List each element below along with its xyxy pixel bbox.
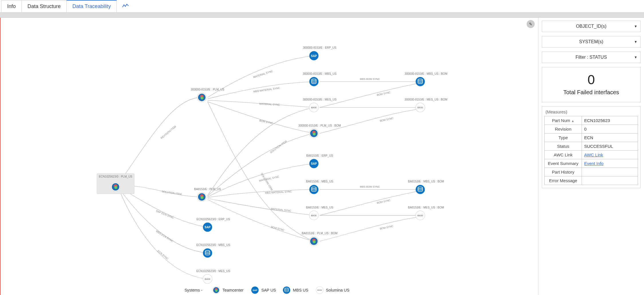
graph-legend: Systems - Teamcenter SAP US MBS US Solum… <box>185 286 349 294</box>
svg-text:MBS BOM SYNC: MBS BOM SYNC <box>360 78 380 80</box>
svg-text:300000-8153/E : ERP_US: 300000-8153/E : ERP_US <box>303 46 336 49</box>
kpi-label: Total Failed interfaces <box>545 89 637 96</box>
svg-text:BA8153/E : PLM_US: BA8153/E : PLM_US <box>194 188 221 191</box>
node-a-sol-bom[interactable]: 300000-8153/E : MES_US : BOM <box>405 98 447 112</box>
filter-object-id[interactable]: OBJECT_ID(s) ▼ <box>542 21 641 32</box>
svg-text:MBS MATERIAL SYNC: MBS MATERIAL SYNC <box>253 86 280 93</box>
svg-text:300000-8153/E : MBS_US : BOM: 300000-8153/E : MBS_US : BOM <box>405 72 447 75</box>
node-root[interactable]: ECN1025623/0 : PLM_US <box>97 174 134 194</box>
svg-point-1 <box>125 6 126 7</box>
node-a-mbs-bom[interactable]: 300000-8153/E : MBS_US : BOM <box>405 72 447 86</box>
svg-text:BA8153/E : MES_US: BA8153/E : MES_US <box>306 206 333 209</box>
svg-text:BOM SYNC: BOM SYNC <box>377 199 391 204</box>
node-tc-b[interactable]: BA8153/E : PLM_US <box>194 188 221 202</box>
row-awc: AWC LinkAWC Link <box>545 151 638 159</box>
svg-text:300000-8153/E : MES_US: 300000-8153/E : MES_US <box>303 98 337 101</box>
graph-svg: SAP iBASE REVISION ITEM SOLUTION ITEM SA… <box>1 18 538 295</box>
svg-text:ECN1025623/0 : MBS_US: ECN1025623/0 : MBS_US <box>196 243 230 247</box>
svg-text:ECN1025623/0 : ERP_US: ECN1025623/0 : ERP_US <box>197 218 230 221</box>
side-panel: OBJECT_ID(s) ▼ SYSTEM(s) ▼ Filter : STAT… <box>538 18 644 295</box>
main-area: ✎ SAP iBASE REVISION ITEM SOLUTION ITEM … <box>0 18 644 295</box>
svg-text:REVISION ITEM: REVISION ITEM <box>160 125 177 139</box>
svg-text:MATERIAL SYNC: MATERIAL SYNC <box>271 207 292 212</box>
kpi-value: 0 <box>545 72 637 87</box>
svg-text:BOM SYNC: BOM SYNC <box>380 225 394 230</box>
tab-data-traceability[interactable]: Data Traceability <box>66 0 117 12</box>
row-status: StatusSUCCESSFUL <box>545 142 638 151</box>
node-b-plmb[interactable]: BA8153/E : PLM_US : BOM <box>302 232 337 246</box>
tab-info[interactable]: Info <box>1 0 22 12</box>
row-revision: Revision0 <box>545 125 638 133</box>
svg-text:BA8153/E : ERP_US: BA8153/E : ERP_US <box>306 154 333 157</box>
filter-status-label: Filter : STATUS <box>576 55 607 60</box>
svg-text:BA8153/E : MBS_US: BA8153/E : MBS_US <box>306 180 333 183</box>
toolbar-strip <box>0 13 644 18</box>
measures-header: (Measures) <box>544 109 638 116</box>
svg-text:MATERIAL SYNC: MATERIAL SYNC <box>253 70 273 79</box>
svg-text:SAP ECN SYNC: SAP ECN SYNC <box>156 209 175 219</box>
svg-text:SOLUTION ITEM: SOLUTION ITEM <box>161 190 182 196</box>
node-b-mbs[interactable]: BA8153/E : MBS_US <box>306 180 333 194</box>
node-b-sap[interactable]: BA8153/E : ERP_US <box>306 154 333 168</box>
measures-panel: (Measures) Part Num▲ ECN1025623 Revision… <box>542 106 641 188</box>
svg-text:BOM SYNC: BOM SYNC <box>377 91 391 97</box>
svg-text:BA8153/E : PLM_US : BOM: BA8153/E : PLM_US : BOM <box>302 232 337 235</box>
svg-text:300000-8153/E : PLM_US : BOM: 300000-8153/E : PLM_US : BOM <box>299 124 341 127</box>
node-sap-ecn[interactable]: ECN1025623/0 : ERP_US <box>197 218 230 232</box>
chevron-down-icon: ▼ <box>634 24 637 28</box>
node-a-plmb[interactable]: 300000-8153/E : PLM_US : BOM <box>299 124 341 138</box>
svg-text:SOLUTION ITEM: SOLUTION ITEM <box>269 140 287 154</box>
svg-text:MBS US: MBS US <box>293 288 308 292</box>
row-errmsg: Error Message <box>545 176 638 185</box>
filter-object-id-label: OBJECT_ID(s) <box>576 24 607 29</box>
tab-data-structure[interactable]: Data Structure <box>21 0 67 12</box>
event-info-link[interactable]: Event Info <box>584 161 604 166</box>
node-mbs-ecn[interactable]: ECN1025623/0 : MBS_US <box>196 243 230 257</box>
chevron-down-icon: ▼ <box>634 40 637 44</box>
sparkline-icon[interactable] <box>122 3 129 9</box>
sort-asc-icon: ▲ <box>571 119 574 123</box>
svg-text:ECN1025623/0 : PLM_US: ECN1025623/0 : PLM_US <box>99 175 132 178</box>
svg-text:300000-8153/E : MBS_US: 300000-8153/E : MBS_US <box>303 72 337 75</box>
svg-text:MBS BOM SYNC: MBS BOM SYNC <box>360 185 380 188</box>
graph-edges: REVISION ITEM SOLUTION ITEM SAP ECN SYNC… <box>118 56 420 279</box>
row-parthistory: Part History <box>545 168 638 176</box>
svg-text:MATERIAL SYNC: MATERIAL SYNC <box>259 102 280 106</box>
svg-text:SOLUTION ITEM: SOLUTION ITEM <box>260 172 273 191</box>
svg-text:300000-8153/E : PLM_US: 300000-8153/E : PLM_US <box>191 88 224 91</box>
svg-text:Solumina US: Solumina US <box>326 288 349 292</box>
node-b-mbs-bom[interactable]: BA8153/E : MBS_US : BOM <box>408 180 444 194</box>
svg-text:SAP US: SAP US <box>261 288 276 292</box>
kpi-failed-interfaces: 0 Total Failed interfaces <box>542 67 641 102</box>
svg-text:ECN1025623/0 : MES_US: ECN1025623/0 : MES_US <box>196 270 230 273</box>
node-sol-ecn[interactable]: ECN1025623/0 : MES_US <box>196 270 230 284</box>
traceability-graph[interactable]: ✎ SAP iBASE REVISION ITEM SOLUTION ITEM … <box>0 18 538 295</box>
svg-text:Teamcenter: Teamcenter <box>222 288 244 292</box>
row-type: TypeECN <box>545 133 638 142</box>
svg-text:MBS ECN SYNC: MBS ECN SYNC <box>155 230 174 243</box>
node-a-sol[interactable]: 300000-8153/E : MES_US <box>303 98 337 112</box>
svg-point-0 <box>124 4 125 5</box>
node-tc-a[interactable]: 300000-8153/E : PLM_US <box>191 88 224 102</box>
row-partnum: Part Num▲ ECN1025623 <box>545 116 638 125</box>
filter-system[interactable]: SYSTEM(s) ▼ <box>542 36 641 48</box>
row-eventsummary: Event SummaryEvent Info <box>545 159 638 168</box>
svg-text:BOM SYNC: BOM SYNC <box>271 225 285 231</box>
node-a-mbs[interactable]: 300000-8153/E : MBS_US <box>303 72 337 86</box>
measures-table: Part Num▲ ECN1025623 Revision0 TypeECN S… <box>544 116 638 185</box>
chevron-down-icon: ▼ <box>634 55 637 59</box>
svg-text:BA8153/E : MBS_US : BOM: BA8153/E : MBS_US : BOM <box>408 180 444 183</box>
filter-status[interactable]: Filter : STATUS ▼ <box>542 52 641 63</box>
svg-text:Systems -: Systems - <box>185 288 203 292</box>
node-a-sap[interactable]: 300000-8153/E : ERP_US <box>303 46 336 60</box>
svg-text:BA8153/E : MES_US : BOM: BA8153/E : MES_US : BOM <box>408 206 444 209</box>
svg-text:ECN SYNC: ECN SYNC <box>157 249 169 260</box>
svg-point-2 <box>127 4 127 5</box>
svg-text:300000-8153/E : MES_US : BOM: 300000-8153/E : MES_US : BOM <box>405 98 447 101</box>
awc-link[interactable]: AWC Link <box>584 152 603 157</box>
svg-text:BOM SYNC: BOM SYNC <box>259 119 273 125</box>
svg-text:BOM SYNC: BOM SYNC <box>380 117 394 123</box>
tab-bar: Info Data Structure Data Traceability <box>0 0 644 13</box>
filter-system-label: SYSTEM(s) <box>579 39 603 44</box>
svg-text:MBS MATERIAL SYNC: MBS MATERIAL SYNC <box>265 190 292 194</box>
